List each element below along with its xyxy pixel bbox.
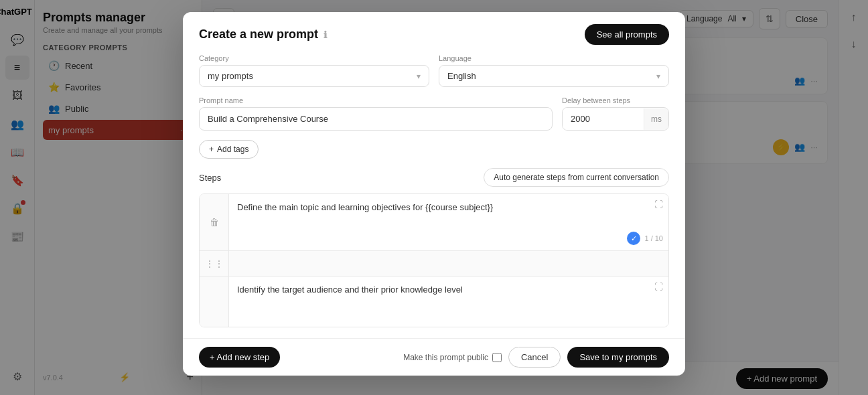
- modal-overlay: Create a new prompt ℹ See all prompts Ca…: [0, 0, 868, 395]
- step-row: 🗑 ⛶ Define the main topic and learning o…: [200, 194, 668, 251]
- add-tags-plus: +: [209, 145, 214, 154]
- modal-footer-right: Make this prompt public Cancel Save to m…: [403, 347, 669, 368]
- add-tags-label: Add tags: [217, 145, 248, 154]
- step-check-icon: ✓: [627, 232, 640, 245]
- auto-gen-label: Auto generate steps from current convers…: [494, 173, 659, 182]
- prompt-name-group: Prompt name: [199, 96, 553, 131]
- modal-body: Category my prompts ▾ Language English ▾: [183, 54, 685, 338]
- modal-title-text: Create a new prompt: [199, 27, 318, 42]
- category-select-value: my prompts: [208, 71, 253, 81]
- category-chevron-icon: ▾: [417, 72, 421, 81]
- step-content: ⛶ Define the main topic and learning obj…: [229, 194, 668, 250]
- cancel-button[interactable]: Cancel: [508, 347, 561, 368]
- add-tags-button[interactable]: + Add tags: [199, 140, 259, 159]
- step-actions-2: [200, 276, 229, 327]
- see-all-button[interactable]: See all prompts: [585, 24, 669, 45]
- info-icon[interactable]: ℹ: [323, 29, 327, 40]
- language-chevron-icon: ▾: [656, 72, 660, 81]
- modal-header: Create a new prompt ℹ See all prompts: [183, 12, 685, 54]
- step-drag-content: [229, 251, 668, 276]
- step-row-2: ⛶ Identify the target audience and their…: [200, 276, 668, 327]
- category-group: Category my prompts ▾: [199, 54, 429, 87]
- modal-footer: + Add new step Make this prompt public C…: [183, 338, 685, 376]
- step-actions: 🗑: [200, 194, 229, 250]
- add-step-button[interactable]: + Add new step: [199, 347, 280, 368]
- save-to-prompts-button[interactable]: Save to my prompts: [567, 347, 669, 368]
- category-language-row: Category my prompts ▾ Language English ▾: [199, 54, 669, 87]
- expand-step-2-icon[interactable]: ⛶: [654, 282, 663, 292]
- delay-input[interactable]: [563, 108, 644, 130]
- step-footer: ✓ 1 / 10: [627, 232, 663, 245]
- step-count: 1 / 10: [644, 234, 663, 242]
- prompt-name-label: Prompt name: [199, 96, 553, 104]
- step-drag-row: ⋮⋮: [200, 251, 668, 276]
- language-group: Language English ▾: [439, 54, 669, 87]
- category-select[interactable]: my prompts ▾: [199, 65, 429, 87]
- language-label: Language: [439, 54, 669, 62]
- language-select[interactable]: English ▾: [439, 65, 669, 87]
- steps-header: Steps Auto generate steps from current c…: [199, 168, 669, 187]
- name-delay-row: Prompt name Delay between steps ms: [199, 96, 669, 131]
- step-textarea[interactable]: Define the main topic and learning objec…: [237, 201, 660, 241]
- expand-step-icon[interactable]: ⛶: [654, 200, 663, 210]
- step-content-2: ⛶ Identify the target audience and their…: [229, 276, 668, 327]
- make-public-checkbox[interactable]: [492, 353, 502, 362]
- auto-generate-button[interactable]: Auto generate steps from current convers…: [484, 168, 669, 187]
- make-public-label: Make this prompt public: [403, 353, 488, 362]
- language-select-value: English: [447, 71, 476, 81]
- delay-wrapper: ms: [562, 107, 669, 131]
- modal-footer-left: + Add new step: [199, 347, 280, 368]
- modal-title-container: Create a new prompt ℹ: [199, 27, 327, 42]
- drag-handle-icon[interactable]: ⋮⋮: [203, 256, 226, 271]
- steps-label: Steps: [199, 173, 221, 183]
- prompt-name-input[interactable]: [199, 107, 553, 131]
- create-prompt-modal: Create a new prompt ℹ See all prompts Ca…: [183, 12, 685, 376]
- make-public-container: Make this prompt public: [403, 353, 502, 362]
- delay-label: Delay between steps: [562, 96, 669, 104]
- category-label: Category: [199, 54, 429, 62]
- delay-unit-label: ms: [644, 108, 668, 130]
- delete-step-icon[interactable]: 🗑: [208, 215, 221, 230]
- step-textarea-2[interactable]: Identify the target audience and their p…: [237, 283, 660, 323]
- delay-group: Delay between steps ms: [562, 96, 669, 131]
- step-drag-actions: ⋮⋮: [200, 251, 229, 276]
- steps-list: 🗑 ⛶ Define the main topic and learning o…: [199, 193, 669, 327]
